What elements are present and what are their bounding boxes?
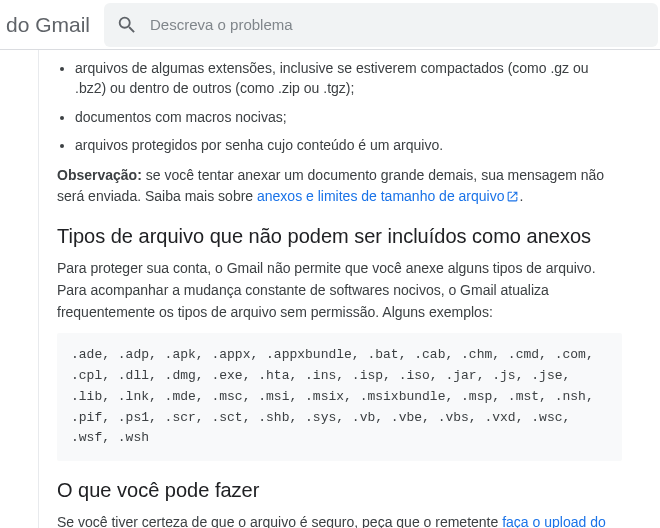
product-label: do Gmail bbox=[0, 13, 104, 37]
blocked-types-intro: Para proteger sua conta, o Gmail não per… bbox=[57, 258, 622, 323]
article-card: arquivos de algumas extensões, inclusive… bbox=[38, 50, 640, 528]
reasons-list: arquivos de algumas extensões, inclusive… bbox=[75, 58, 622, 155]
external-link-icon bbox=[506, 190, 519, 203]
search-input[interactable] bbox=[150, 16, 646, 33]
blocked-types-heading: Tipos de arquivo que não podem ser inclu… bbox=[57, 225, 622, 248]
search-field-wrap[interactable] bbox=[104, 3, 658, 47]
attachment-limits-link[interactable]: anexos e limites de tamanho de arquivo bbox=[257, 188, 519, 204]
search-icon bbox=[116, 14, 138, 36]
blocked-extensions-list: .ade, .adp, .apk, .appx, .appxbundle, .b… bbox=[57, 333, 622, 461]
app-header: do Gmail bbox=[0, 0, 660, 50]
note-body-post: . bbox=[519, 188, 523, 204]
what-you-can-do-paragraph: Se você tiver certeza de que o arquivo é… bbox=[57, 512, 622, 528]
wycd-pre: Se você tiver certeza de que o arquivo é… bbox=[57, 514, 502, 528]
article-body: arquivos de algumas extensões, inclusive… bbox=[0, 50, 660, 528]
list-item: arquivos protegidos por senha cujo conte… bbox=[75, 135, 622, 155]
note-label: Observação: bbox=[57, 167, 142, 183]
list-item: arquivos de algumas extensões, inclusive… bbox=[75, 58, 622, 99]
note-paragraph: Observação: se você tentar anexar um doc… bbox=[57, 165, 622, 207]
list-item: documentos com macros nocivas; bbox=[75, 107, 622, 127]
what-you-can-do-heading: O que você pode fazer bbox=[57, 479, 622, 502]
